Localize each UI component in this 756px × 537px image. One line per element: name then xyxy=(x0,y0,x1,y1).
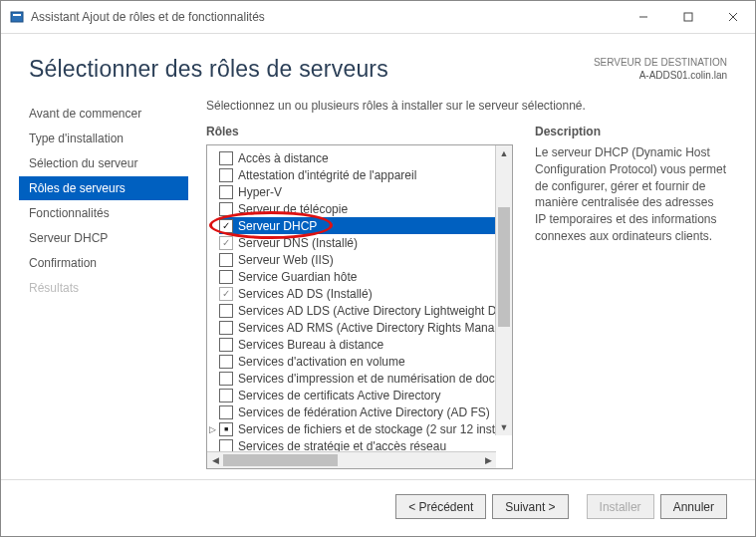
roles-heading: Rôles xyxy=(206,125,513,138)
nav-step-4[interactable]: Fonctionnalités xyxy=(19,201,188,225)
scroll-left-button[interactable]: ◀ xyxy=(207,452,223,468)
window-controls xyxy=(621,1,755,33)
role-checkbox[interactable] xyxy=(219,355,233,369)
page-header: Sélectionner des rôles de serveurs SERVE… xyxy=(1,34,755,91)
role-checkbox[interactable] xyxy=(219,253,233,267)
wizard-footer: < Précédent Suivant > Installer Annuler xyxy=(1,479,755,537)
install-button[interactable]: Installer xyxy=(587,494,654,519)
nav-step-5[interactable]: Serveur DHCP xyxy=(19,226,188,250)
role-label: Services AD DS (Installé) xyxy=(238,287,373,301)
role-row[interactable]: Services AD RMS (Active Directory Rights… xyxy=(219,319,512,336)
role-row[interactable]: Service Guardian hôte xyxy=(219,268,512,285)
page-title: Sélectionner des rôles de serveurs xyxy=(29,56,594,83)
vertical-scroll-thumb[interactable] xyxy=(498,207,510,327)
role-label: Services d'activation en volume xyxy=(238,355,405,369)
role-row[interactable]: Serveur DHCP xyxy=(219,217,512,234)
destination-server: A-ADDS01.colin.lan xyxy=(594,69,727,82)
role-row[interactable]: ▷Services de fichiers et de stockage (2 … xyxy=(219,420,512,437)
role-checkbox[interactable] xyxy=(219,338,233,352)
svg-rect-0 xyxy=(11,12,23,22)
role-row[interactable]: Serveur DNS (Installé) xyxy=(219,234,512,251)
role-row[interactable]: Services AD DS (Installé) xyxy=(219,285,512,302)
role-row[interactable]: Services d'activation en volume xyxy=(219,353,512,370)
role-label: Serveur de télécopie xyxy=(238,202,348,216)
expander-icon[interactable]: ▷ xyxy=(208,424,217,434)
nav-step-2[interactable]: Sélection du serveur xyxy=(19,151,188,175)
horizontal-scroll-thumb[interactable] xyxy=(223,454,338,466)
scroll-right-button[interactable]: ▶ xyxy=(480,452,496,468)
nav-step-3[interactable]: Rôles de serveurs xyxy=(19,176,188,200)
svg-rect-1 xyxy=(13,14,21,16)
role-label: Services AD RMS (Active Directory Rights… xyxy=(238,321,512,335)
nav-step-7: Résultats xyxy=(19,276,188,300)
role-label: Services de stratégie et d'accès réseau xyxy=(238,439,446,452)
nav-step-0[interactable]: Avant de commencer xyxy=(19,102,188,126)
role-row[interactable]: Attestation d'intégrité de l'appareil xyxy=(219,166,512,183)
destination-info: SERVEUR DE DESTINATION A-ADDS01.colin.la… xyxy=(594,56,727,82)
role-row[interactable]: Services de fédération Active Directory … xyxy=(219,403,512,420)
role-label: Services Bureau à distance xyxy=(238,338,383,352)
wizard-window: Assistant Ajout de rôles et de fonctionn… xyxy=(0,0,756,537)
close-button[interactable] xyxy=(710,1,755,33)
role-row[interactable]: Services de certificats Active Directory xyxy=(219,387,512,403)
role-label: Service Guardian hôte xyxy=(238,270,357,284)
horizontal-scrollbar[interactable]: ◀ ▶ xyxy=(207,451,496,468)
role-checkbox[interactable] xyxy=(219,389,233,403)
nav-step-1[interactable]: Type d'installation xyxy=(19,127,188,150)
role-row[interactable]: Accès à distance xyxy=(219,149,512,166)
svg-rect-3 xyxy=(684,13,692,21)
role-label: Serveur DNS (Installé) xyxy=(238,236,358,250)
role-label: Services de fédération Active Directory … xyxy=(238,405,490,419)
role-checkbox[interactable] xyxy=(219,304,233,318)
description-text: Le serveur DHCP (Dynamic Host Configurat… xyxy=(535,144,727,245)
role-checkbox[interactable] xyxy=(219,168,233,182)
roles-listbox[interactable]: Accès à distanceAttestation d'intégrité … xyxy=(206,144,513,469)
role-checkbox[interactable] xyxy=(219,202,233,216)
cancel-button[interactable]: Annuler xyxy=(660,494,727,519)
vertical-scrollbar[interactable]: ▲ ▼ xyxy=(495,145,512,435)
role-checkbox[interactable] xyxy=(219,287,233,301)
role-label: Attestation d'intégrité de l'appareil xyxy=(238,168,416,182)
titlebar: Assistant Ajout de rôles et de fonctionn… xyxy=(1,1,755,34)
role-label: Services de fichiers et de stockage (2 s… xyxy=(238,422,512,436)
scroll-up-button[interactable]: ▲ xyxy=(496,145,512,161)
role-row[interactable]: Serveur de télécopie xyxy=(219,200,512,217)
role-row[interactable]: Hyper-V xyxy=(219,183,512,200)
role-row[interactable]: Services Bureau à distance xyxy=(219,336,512,353)
scroll-down-button[interactable]: ▼ xyxy=(496,419,512,435)
maximize-button[interactable] xyxy=(665,1,710,33)
role-checkbox[interactable] xyxy=(219,405,233,419)
role-row[interactable]: Services AD LDS (Active Directory Lightw… xyxy=(219,302,512,319)
role-checkbox[interactable] xyxy=(219,439,233,452)
role-checkbox[interactable] xyxy=(219,270,233,284)
role-label: Serveur Web (IIS) xyxy=(238,253,334,267)
role-label: Serveur DHCP xyxy=(238,219,317,233)
app-icon xyxy=(9,9,25,25)
role-checkbox[interactable] xyxy=(219,321,233,335)
role-checkbox[interactable] xyxy=(219,236,233,250)
role-checkbox[interactable] xyxy=(219,219,233,233)
window-title: Assistant Ajout de rôles et de fonctionn… xyxy=(31,10,621,24)
nav-step-6[interactable]: Confirmation xyxy=(19,251,188,275)
role-row[interactable]: Serveur Web (IIS) xyxy=(219,251,512,268)
role-row[interactable]: Services d'impression et de numérisation… xyxy=(219,370,512,387)
next-button[interactable]: Suivant > xyxy=(492,494,568,519)
role-label: Services d'impression et de numérisation… xyxy=(238,372,512,386)
role-checkbox[interactable] xyxy=(219,422,233,436)
instruction-text: Sélectionnez un ou plusieurs rôles à ins… xyxy=(206,99,727,113)
destination-label: SERVEUR DE DESTINATION xyxy=(594,56,727,69)
role-label: Services AD LDS (Active Directory Lightw… xyxy=(238,304,512,318)
wizard-nav: Avant de commencerType d'installationSél… xyxy=(29,97,188,469)
role-row[interactable]: Services de stratégie et d'accès réseau xyxy=(219,437,512,451)
role-label: Accès à distance xyxy=(238,151,329,165)
minimize-button[interactable] xyxy=(621,1,665,33)
role-label: Hyper-V xyxy=(238,185,282,199)
role-checkbox[interactable] xyxy=(219,151,233,165)
previous-button[interactable]: < Précédent xyxy=(395,494,486,519)
role-checkbox[interactable] xyxy=(219,372,233,386)
role-label: Services de certificats Active Directory xyxy=(238,389,440,403)
role-checkbox[interactable] xyxy=(219,185,233,199)
description-heading: Description xyxy=(535,125,727,138)
